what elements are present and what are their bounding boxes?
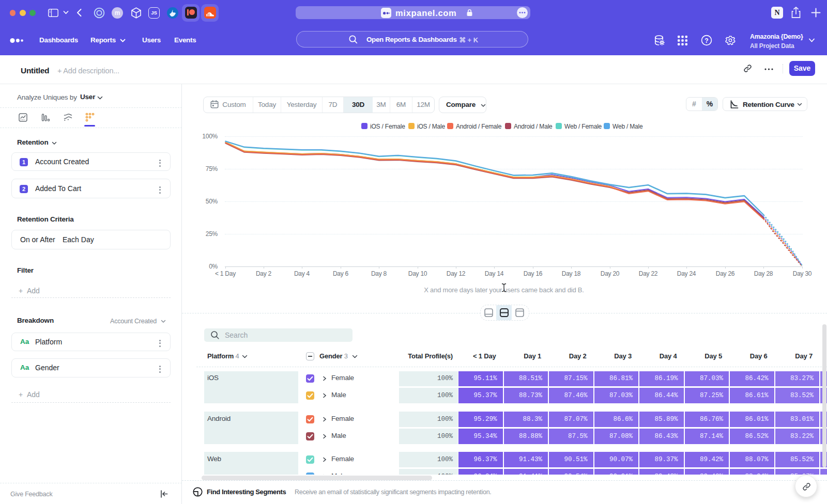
svg-text:?: ? bbox=[705, 37, 708, 44]
